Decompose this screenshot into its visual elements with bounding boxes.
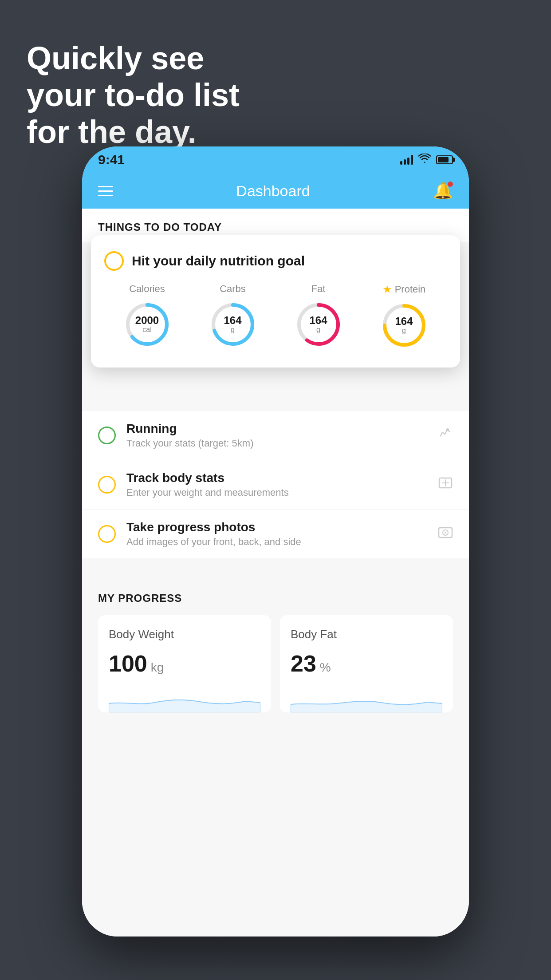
- bell-icon[interactable]: 🔔: [433, 182, 453, 200]
- todo-text-body-stats: Track body stats Enter your weight and m…: [126, 471, 427, 498]
- body-weight-wave: [109, 686, 260, 712]
- protein-donut: 164 g: [380, 301, 429, 350]
- todo-circle-photos: [98, 525, 116, 543]
- stat-calories: Calories 2000 cal: [123, 283, 172, 349]
- notification-dot: [448, 182, 453, 187]
- todo-item-running[interactable]: Running Track your stats (target: 5km): [82, 411, 469, 460]
- headline-line3: for the day.: [27, 114, 197, 150]
- body-fat-card: Body Fat 23 %: [280, 615, 453, 712]
- scale-icon: [438, 475, 453, 494]
- phone-frame: 9:41: [82, 146, 469, 937]
- body-weight-value-row: 100 kg: [109, 650, 260, 677]
- header-title: Dashboard: [236, 182, 310, 200]
- todo-list: Running Track your stats (target: 5km) T…: [82, 411, 469, 558]
- progress-cards: Body Weight 100 kg Body Fat 23: [98, 615, 453, 712]
- body-weight-card: Body Weight 100 kg: [98, 615, 271, 712]
- body-fat-value: 23: [291, 650, 316, 677]
- todo-sub-running: Track your stats (target: 5km): [126, 438, 427, 449]
- protein-label: ★ Protein: [382, 283, 426, 296]
- phone-content: THINGS TO DO TODAY Hit your daily nutrit…: [82, 209, 469, 937]
- todo-circle-body-stats: [98, 476, 116, 494]
- headline-line2: your to-do list: [27, 77, 240, 113]
- headline-line1: Quickly see: [27, 40, 204, 76]
- todo-name-body-stats: Track body stats: [126, 471, 427, 485]
- nutrition-card-title: Hit your daily nutrition goal: [132, 253, 305, 269]
- svg-point-12: [445, 532, 446, 533]
- todo-sub-body-stats: Enter your weight and measurements: [126, 487, 427, 498]
- star-icon: ★: [382, 283, 392, 296]
- body-fat-value-row: 23 %: [291, 650, 442, 677]
- nutrition-card: Hit your daily nutrition goal Calories 2…: [91, 235, 460, 368]
- carbs-donut: 164 g: [209, 300, 257, 349]
- carbs-value: 164 g: [224, 315, 241, 334]
- signal-icon: [400, 155, 413, 165]
- body-weight-unit: kg: [151, 660, 164, 675]
- running-icon: [438, 426, 453, 445]
- hamburger-menu[interactable]: [98, 186, 113, 196]
- body-fat-title: Body Fat: [291, 628, 442, 641]
- task-circle-nutrition[interactable]: [104, 251, 124, 271]
- stat-fat: Fat 164 g: [294, 283, 343, 349]
- section-title: THINGS TO DO TODAY: [98, 221, 222, 233]
- todo-item-photos[interactable]: Take progress photos Add images of your …: [82, 510, 469, 558]
- stat-protein: ★ Protein 164 g: [380, 283, 429, 350]
- body-fat-unit: %: [320, 660, 331, 675]
- calories-label: Calories: [129, 283, 165, 295]
- progress-section: MY PROGRESS Body Weight 100 kg: [82, 576, 469, 712]
- protein-value: 164 g: [395, 316, 413, 335]
- body-fat-wave: [291, 686, 442, 712]
- battery-icon: [436, 155, 453, 164]
- body-weight-value: 100: [109, 650, 147, 677]
- todo-sub-photos: Add images of your front, back, and side: [126, 536, 427, 548]
- status-icons: [400, 154, 453, 166]
- todo-name-running: Running: [126, 422, 427, 436]
- body-weight-title: Body Weight: [109, 628, 260, 641]
- fat-value: 164 g: [309, 315, 327, 334]
- nutrition-stats: Calories 2000 cal Carbs: [104, 283, 447, 350]
- card-title-row: Hit your daily nutrition goal: [104, 251, 447, 271]
- todo-name-photos: Take progress photos: [126, 520, 427, 534]
- fat-label: Fat: [311, 283, 326, 295]
- status-bar: 9:41: [82, 146, 469, 173]
- app-header: Dashboard 🔔: [82, 173, 469, 209]
- calories-value: 2000 cal: [135, 315, 159, 334]
- todo-item-body-stats[interactable]: Track body stats Enter your weight and m…: [82, 460, 469, 510]
- headline: Quickly see your to-do list for the day.: [27, 40, 240, 150]
- calories-donut: 2000 cal: [123, 300, 172, 349]
- stat-carbs: Carbs 164 g: [209, 283, 257, 349]
- wifi-icon: [418, 154, 431, 166]
- todo-text-photos: Take progress photos Add images of your …: [126, 520, 427, 548]
- todo-text-running: Running Track your stats (target: 5km): [126, 422, 427, 449]
- svg-point-8: [446, 428, 449, 431]
- fat-donut: 164 g: [294, 300, 343, 349]
- progress-title: MY PROGRESS: [98, 592, 453, 605]
- carbs-label: Carbs: [220, 283, 246, 295]
- photo-icon: [438, 525, 453, 543]
- todo-circle-running: [98, 427, 116, 444]
- status-time: 9:41: [98, 152, 125, 167]
